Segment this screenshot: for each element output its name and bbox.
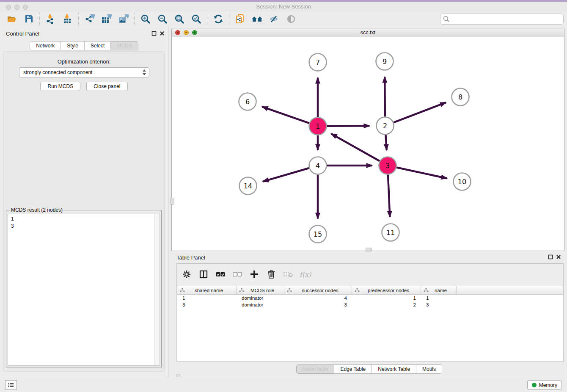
graph-node-10[interactable]: 10 [454, 173, 471, 190]
cell-MCDS-role[interactable]: dominator [237, 295, 284, 301]
network-canvas[interactable]: 7968124314101511 [172, 37, 564, 251]
select-all-checks-button[interactable] [215, 269, 226, 280]
export-network-button[interactable] [81, 12, 98, 26]
table-header-row: shared nameMCDS rolesuccessor nodesprede… [177, 286, 563, 295]
tab-network[interactable]: Network [30, 41, 61, 50]
hide-selected-button[interactable] [266, 12, 283, 26]
graph-edge-1-2[interactable] [327, 126, 369, 126]
column-header-predecessor-nodes[interactable]: predecessor nodes [352, 286, 421, 294]
delete-table-button[interactable] [283, 269, 294, 280]
graph-node-7[interactable]: 7 [309, 54, 327, 71]
close-panel-button[interactable]: Close panel [86, 82, 127, 91]
graph-node-14[interactable]: 14 [239, 177, 257, 195]
graph-node-11[interactable]: 11 [382, 224, 399, 241]
graph-node-6[interactable]: 6 [239, 93, 256, 110]
tab-select[interactable]: Select [85, 41, 111, 50]
fit-content-button[interactable] [171, 12, 188, 26]
graph-node-3[interactable]: 3 [379, 157, 396, 174]
column-header-shared-name[interactable]: shared name [177, 286, 237, 294]
result-scrollbar[interactable] [154, 214, 160, 365]
task-history-button[interactable] [5, 380, 17, 390]
control-panel-header: Control Panel [0, 30, 168, 38]
graph-edge-4-14[interactable] [263, 168, 309, 182]
import-table-button[interactable] [59, 12, 76, 26]
graph-edge-2-8[interactable] [394, 102, 446, 122]
apply-preferred-layout-button[interactable] [210, 12, 227, 26]
table-settings-button[interactable] [181, 269, 192, 280]
network-window-titlebar: scc.txt [172, 28, 564, 37]
column-header-name[interactable]: name [421, 286, 457, 294]
deselect-all-checks-button[interactable] [232, 269, 243, 280]
control-panel: Control Panel NetworkStyleSelectMCDS Opt… [0, 26, 168, 377]
graph-node-8[interactable]: 8 [452, 88, 469, 106]
cell-predecessor-nodes[interactable]: 1 [352, 295, 421, 301]
column-header-MCDS-role[interactable]: MCDS role [237, 286, 284, 294]
memory-label: Memory [539, 382, 557, 388]
cell-name[interactable]: 3 [421, 301, 457, 308]
export-table-icon [102, 14, 112, 24]
graph-node-1[interactable]: 1 [309, 118, 327, 135]
table-tab-node-table[interactable]: Node Table [297, 365, 335, 373]
table-tab-network-table[interactable]: Network Table [372, 365, 416, 373]
column-header-successor-nodes[interactable]: successor nodes [284, 286, 352, 294]
graph-node-15[interactable]: 15 [309, 226, 327, 243]
splitter-handle-vertical[interactable] [171, 198, 174, 204]
attribute-type-icon [287, 288, 292, 293]
delete-column-button[interactable] [266, 269, 277, 280]
zoom-in-button[interactable] [137, 12, 154, 26]
memory-button[interactable]: Memory [527, 380, 562, 390]
mcds-result-area[interactable]: 1 3 [8, 214, 160, 366]
cell-name[interactable]: 1 [421, 295, 457, 301]
optimization-criterion-label: Optimization criterion: [4, 58, 164, 65]
function-builder-button[interactable]: f(x) [300, 271, 311, 279]
graph-edge-3-10[interactable] [396, 168, 447, 179]
float-panel-icon[interactable] [548, 254, 553, 259]
graph-node-label: 8 [458, 93, 462, 101]
cell-successor-nodes[interactable]: 4 [284, 295, 352, 301]
table-tab-motifs[interactable]: Motifs [416, 365, 442, 373]
tab-mcds[interactable]: MCDS [111, 41, 138, 50]
export-image-button[interactable] [115, 12, 132, 26]
cell-successor-nodes[interactable]: 3 [284, 301, 352, 308]
graph-node-label: 9 [383, 58, 387, 66]
close-panel-icon[interactable] [160, 31, 165, 36]
table-tab-edge-table[interactable]: Edge Table [334, 365, 372, 373]
network-view-window: scc.txt 7968124314101511 [171, 28, 564, 251]
graph-edge-2-9[interactable] [385, 77, 385, 116]
import-network-icon [46, 14, 56, 24]
graph-node-2[interactable]: 2 [377, 117, 394, 135]
zoom-out-button[interactable] [154, 12, 171, 26]
optimization-criterion-select[interactable]: strongly connected component [19, 67, 149, 77]
splitter-handle-horizontal[interactable] [366, 248, 372, 251]
search-input[interactable] [452, 16, 561, 22]
tab-style[interactable]: Style [61, 41, 85, 50]
import-network-button[interactable] [42, 12, 59, 26]
node-table: shared nameMCDS rolesuccessor nodesprede… [177, 286, 563, 361]
duplicate-network-button[interactable] [232, 12, 249, 26]
graph-edge-1-6[interactable] [262, 107, 309, 123]
graph-edge-3-1[interactable] [331, 134, 380, 161]
graph-edge-2-3[interactable] [385, 135, 386, 150]
graph-edge-3-11[interactable] [388, 174, 390, 217]
graph-node-4[interactable]: 4 [309, 157, 327, 174]
column-layout-button[interactable] [198, 269, 209, 280]
cell-shared-name[interactable]: 1 [177, 295, 237, 301]
table-row[interactable]: 3dominator323 [177, 301, 563, 308]
close-panel-icon[interactable] [556, 254, 561, 259]
control-panel-title: Control Panel [6, 30, 39, 37]
zoom-selected-button[interactable] [188, 12, 205, 26]
save-session-button[interactable] [20, 12, 37, 26]
cell-MCDS-role[interactable]: dominator [237, 301, 284, 308]
show-all-button[interactable] [283, 12, 300, 26]
first-neighbors-button[interactable] [249, 12, 266, 26]
graph-node-9[interactable]: 9 [376, 53, 394, 70]
add-column-button[interactable] [249, 269, 260, 280]
table-row[interactable]: 1dominator411 [177, 295, 563, 301]
run-mcds-button[interactable]: Run MCDS [40, 82, 80, 91]
open-file-button[interactable] [3, 12, 20, 26]
cell-shared-name[interactable]: 3 [177, 301, 237, 308]
window-title: Session: New Session [0, 3, 567, 10]
float-panel-icon[interactable] [151, 31, 157, 36]
cell-predecessor-nodes[interactable]: 2 [352, 301, 421, 308]
export-table-button[interactable] [98, 12, 115, 26]
